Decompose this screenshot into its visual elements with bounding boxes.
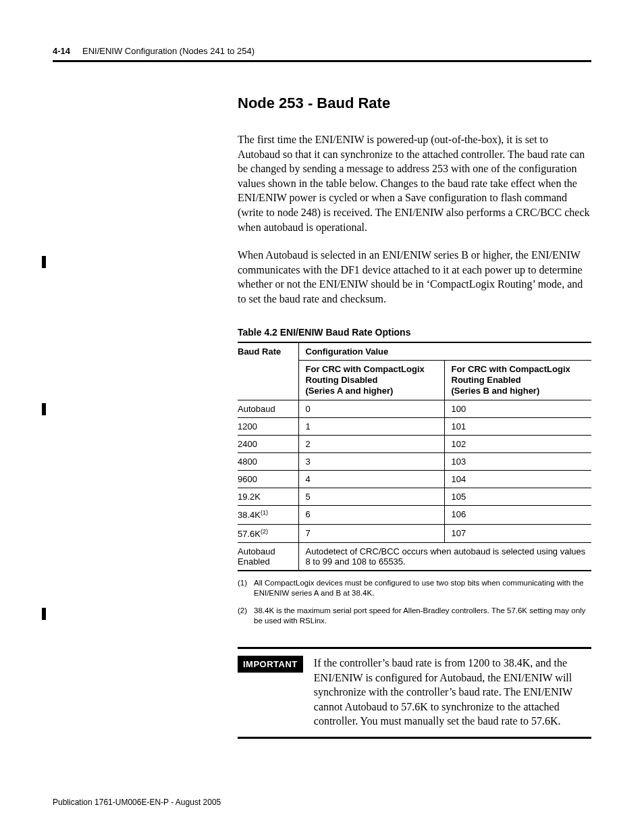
table-row: Autobaud0100 (238, 400, 591, 418)
cell-config-disabled: 1 (298, 418, 444, 436)
cell-baud: 2400 (238, 436, 298, 453)
th-config-value: Configuration Value (298, 342, 591, 361)
cell-config-enabled: 104 (444, 471, 591, 488)
table-row: 96004104 (238, 471, 591, 488)
cell-baud: 19.2K (238, 488, 298, 506)
table-row: 38.4K(1)6106 (238, 506, 591, 524)
table-body: Autobaud01001200110124002102480031039600… (238, 400, 591, 571)
table-row: 12001101 (238, 418, 591, 436)
cell-config-disabled: 4 (298, 471, 444, 488)
cell-baud: 4800 (238, 453, 298, 471)
footnote-1: (1) All CompactLogix devices must be con… (238, 578, 591, 599)
cell-baud: Autobaud (238, 400, 298, 418)
cell-config-enabled: 101 (444, 418, 591, 436)
cell-baud: 38.4K(1) (238, 506, 298, 524)
baud-rate-table: Baud Rate Configuration Value For CRC wi… (238, 342, 591, 571)
table-caption: Table 4.2 ENI/ENIW Baud Rate Options (238, 327, 591, 338)
cell-baud: 1200 (238, 418, 298, 436)
section-title: Node 253 - Baud Rate (238, 95, 591, 112)
important-text: If the controller’s baud rate is from 12… (314, 656, 591, 729)
table-row: 57.6K(2)7107 (238, 524, 591, 542)
cell-config-enabled: 105 (444, 488, 591, 506)
important-label: IMPORTANT (238, 656, 303, 673)
cell-config-enabled: 106 (444, 506, 591, 524)
cell-baud: AutobaudEnabled (238, 542, 298, 571)
table-row: 48003103 (238, 453, 591, 471)
cell-config-disabled: 0 (298, 400, 444, 418)
content-column: Node 253 - Baud Rate The first time the … (238, 95, 591, 739)
running-header: 4-14 ENI/ENIW Configuration (Nodes 241 t… (53, 46, 591, 56)
change-bar-3 (42, 608, 46, 620)
page: 4-14 ENI/ENIW Configuration (Nodes 241 t… (0, 0, 644, 834)
cell-baud: 9600 (238, 471, 298, 488)
cell-config-disabled: 5 (298, 488, 444, 506)
cell-config-disabled: 7 (298, 524, 444, 542)
cell-config-disabled: 2 (298, 436, 444, 453)
publication-footer: Publication 1761-UM006E-EN-P - August 20… (53, 798, 221, 807)
chapter-title: ENI/ENIW Configuration (Nodes 241 to 254… (82, 46, 254, 56)
cell-config-enabled: 100 (444, 400, 591, 418)
cell-baud: 57.6K(2) (238, 524, 298, 542)
paragraph-1: The first time the ENI/ENIW is powered-u… (238, 132, 591, 234)
footnote-2: (2) 38.4K is the maximum serial port spe… (238, 606, 591, 627)
cell-config-enabled: 102 (444, 436, 591, 453)
footnotes: (1) All CompactLogix devices must be con… (238, 578, 591, 627)
important-block: IMPORTANT If the controller’s baud rate … (238, 647, 591, 739)
change-bar-2 (42, 403, 46, 415)
paragraph-2: When Autobaud is selected in an ENI/ENIW… (238, 248, 591, 306)
cell-config-enabled: 107 (444, 524, 591, 542)
table-row: 24002102 (238, 436, 591, 453)
table-row: 19.2K5105 (238, 488, 591, 506)
header-rule (53, 60, 591, 62)
table-row: AutobaudEnabledAutodetect of CRC/BCC occ… (238, 542, 591, 571)
cell-autodetect-note: Autodetect of CRC/BCC occurs when autoba… (298, 542, 591, 571)
cell-config-enabled: 103 (444, 453, 591, 471)
cell-config-disabled: 3 (298, 453, 444, 471)
cell-config-disabled: 6 (298, 506, 444, 524)
th-routing-disabled: For CRC with CompactLogix Routing Disabl… (298, 360, 444, 400)
page-number: 4-14 (53, 46, 70, 56)
th-baud-rate: Baud Rate (238, 342, 298, 400)
th-routing-enabled: For CRC with CompactLogix Routing Enable… (444, 360, 591, 400)
change-bar-1 (42, 256, 46, 268)
